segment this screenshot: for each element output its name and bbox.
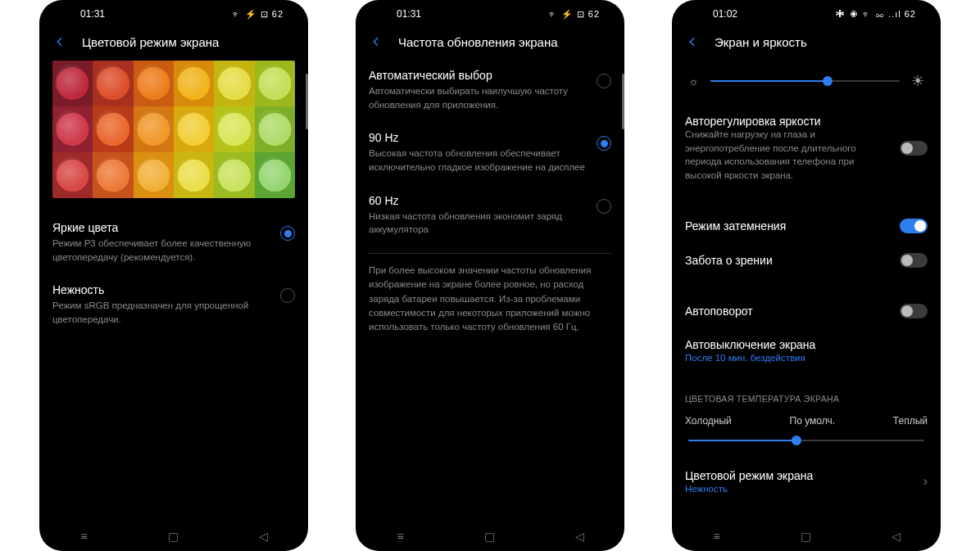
slider-thumb-icon[interactable]	[792, 436, 801, 445]
nav-home-icon[interactable]: ▢	[165, 530, 183, 543]
nav-back-icon[interactable]: ◁	[887, 530, 905, 543]
radio-icon[interactable]	[280, 288, 295, 303]
status-time: 01:02	[713, 8, 737, 20]
row-title: Автовыключение экрана	[685, 338, 928, 351]
row-subtitle: Нежность	[685, 484, 914, 494]
row-title: Автоповорот	[685, 305, 753, 318]
header: Цветовой режим экрана	[39, 28, 308, 61]
status-bar: 01:31 ᯤ ⚡ ⊡ 62	[356, 0, 624, 28]
header: Экран и яркость	[672, 28, 941, 61]
nav-home-icon[interactable]: ▢	[481, 530, 499, 543]
row-title: Цветовой режим экрана	[685, 469, 914, 482]
content: Автоматический выбор Автоматически выбир…	[356, 61, 624, 336]
status-icons: ᯤ ⚡ ⊡ 62	[548, 9, 600, 20]
toggle[interactable]	[900, 253, 928, 268]
brightness-slider[interactable]	[710, 80, 900, 82]
temp-cold-label: Холодный	[685, 415, 732, 427]
content: Яркие цвета Режим P3 обеспечивает более …	[39, 61, 308, 338]
row-title: Режим затемнения	[685, 219, 786, 233]
option-60hz[interactable]: 60 Hz Низкая частота обновления экономит…	[369, 186, 611, 248]
chevron-right-icon: ›	[923, 474, 928, 489]
phone-color-mode: 01:31 ᯤ ⚡ ⊡ 62 Цветовой режим экрана Ярк…	[39, 0, 308, 551]
navbar: ≡ ▢ ◁	[356, 522, 624, 551]
navbar: ≡ ▢ ◁	[672, 522, 941, 551]
option-title: Яркие цвета	[52, 221, 270, 234]
navbar: ≡ ▢ ◁	[39, 522, 308, 551]
brightness-row: ☼ ☀	[685, 61, 928, 105]
section-label: ЦВЕТОВАЯ ТЕМПЕРАТУРА ЭКРАНА	[685, 389, 928, 412]
footnote: При более высоком значении частоты обнов…	[369, 262, 611, 336]
option-title: Нежность	[52, 283, 270, 296]
status-time: 01:31	[397, 8, 421, 20]
option-title: Автоматический выбор	[369, 69, 587, 82]
back-icon[interactable]	[369, 34, 383, 49]
option-desc: Режим P3 обеспечивает более качественную…	[52, 237, 270, 264]
row-auto-brightness[interactable]: Авторегулировка яркости Снижайте нагрузк…	[685, 105, 928, 192]
nav-back-icon[interactable]: ◁	[254, 530, 272, 543]
option-desc: Высокая частота обновления обеспечивает …	[369, 147, 587, 174]
row-dark-mode[interactable]: Режим затемнения	[685, 209, 928, 243]
option-title: 90 Hz	[369, 131, 587, 144]
temp-default-label: По умолч.	[790, 415, 835, 427]
divider	[369, 253, 611, 254]
radio-icon[interactable]	[597, 199, 611, 214]
toggle[interactable]	[900, 141, 928, 156]
row-desc: Снижайте нагрузку на глаза и энергопотре…	[685, 128, 890, 183]
status-bar: 01:31 ᯤ ⚡ ⊡ 62	[39, 0, 308, 28]
row-title: Забота о зрении	[685, 254, 773, 267]
option-gentle[interactable]: Нежность Режим sRGB предназначен для упр…	[52, 275, 295, 337]
row-auto-off[interactable]: Автовыключение экрана После 10 мин. безд…	[685, 328, 928, 373]
radio-icon[interactable]	[597, 136, 611, 151]
radio-icon[interactable]	[280, 226, 295, 241]
option-title: 60 Hz	[369, 194, 587, 207]
row-color-mode[interactable]: Цветовой режим экрана Нежность ›	[685, 459, 928, 504]
temp-labels: Холодный По умолч. Теплый	[685, 412, 928, 435]
nav-recent-icon[interactable]: ≡	[392, 530, 410, 543]
toggle[interactable]	[900, 304, 928, 318]
option-vivid[interactable]: Яркие цвета Режим P3 обеспечивает более …	[52, 213, 295, 275]
status-icons: ᯤ ⚡ ⊡ 62	[232, 9, 284, 20]
back-icon[interactable]	[685, 34, 700, 49]
scrollbar[interactable]	[622, 74, 624, 129]
scrollbar[interactable]	[306, 74, 308, 129]
row-eye-care[interactable]: Забота о зрении	[685, 243, 928, 278]
option-desc: Режим sRGB предназначен для упрощенной ц…	[52, 299, 270, 326]
option-auto[interactable]: Автоматический выбор Автоматически выбир…	[369, 61, 611, 123]
brightness-low-icon: ☼	[688, 75, 699, 88]
radio-icon[interactable]	[597, 74, 611, 88]
slider-thumb-icon[interactable]	[823, 76, 833, 86]
nav-home-icon[interactable]: ▢	[797, 530, 815, 543]
row-auto-rotate[interactable]: Автоповорот	[685, 294, 928, 328]
page-title: Частота обновления экрана	[398, 35, 558, 49]
option-desc: Автоматически выбирать наилучшую частоту…	[369, 84, 587, 111]
row-subtitle: После 10 мин. бездействия	[685, 353, 928, 363]
nav-back-icon[interactable]: ◁	[570, 530, 588, 543]
phone-refresh-rate: 01:31 ᯤ ⚡ ⊡ 62 Частота обновления экрана…	[356, 0, 624, 551]
back-icon[interactable]	[52, 34, 67, 49]
slider-fill	[688, 440, 796, 441]
toggle[interactable]	[900, 219, 928, 233]
content: ☼ ☀ Авторегулировка яркости Снижайте наг…	[672, 61, 941, 504]
status-time: 01:31	[80, 8, 105, 20]
nav-recent-icon[interactable]: ≡	[75, 530, 93, 543]
nav-recent-icon[interactable]: ≡	[708, 530, 726, 543]
brightness-high-icon: ☀	[911, 72, 924, 90]
phone-display-brightness: 01:02 ✱ ⦿ ᯤ ⚯ ..ıl 62 Экран и яркость ☼ …	[672, 0, 941, 551]
color-temp-slider[interactable]	[688, 440, 924, 441]
option-desc: Низкая частота обновления экономит заряд…	[369, 210, 587, 237]
slider-fill	[710, 80, 828, 82]
page-title: Экран и яркость	[715, 35, 807, 49]
status-icons: ✱ ⦿ ᯤ ⚯ ..ıl 62	[836, 9, 916, 19]
row-title: Авторегулировка яркости	[685, 115, 890, 128]
color-preview-image	[52, 61, 295, 198]
temp-warm-label: Теплый	[893, 415, 928, 427]
page-title: Цветовой режим экрана	[82, 35, 219, 49]
status-bar: 01:02 ✱ ⦿ ᯤ ⚯ ..ıl 62	[672, 0, 941, 28]
option-90hz[interactable]: 90 Hz Высокая частота обновления обеспеч…	[369, 123, 611, 185]
header: Частота обновления экрана	[356, 28, 624, 61]
